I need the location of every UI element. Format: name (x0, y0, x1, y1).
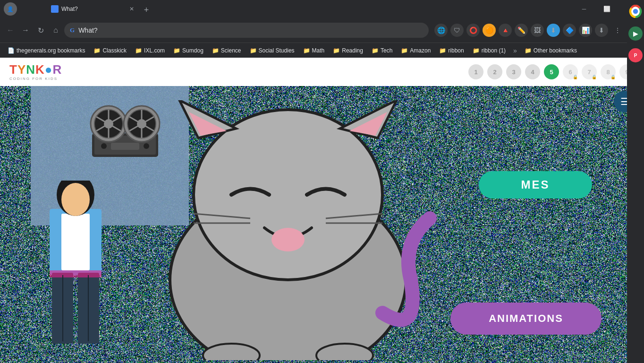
forward-button[interactable]: → (19, 24, 32, 37)
animations-button-label: ANIMATIONS (489, 312, 563, 325)
bookmark-label: Math (312, 47, 325, 54)
svg-point-16 (144, 143, 149, 149)
tab-title: What? (61, 6, 127, 12)
bookmark-thegenerals[interactable]: 📄 thegenerals.org bookmarks (4, 46, 89, 55)
extension-icon-1[interactable]: 🌐 (434, 24, 448, 37)
svg-point-41 (634, 9, 638, 14)
bookmark-sumdog[interactable]: 📁 Sumdog (169, 46, 207, 55)
bookmark-icon: 📁 (250, 47, 257, 54)
bookmark-label: Other bookmarks (534, 47, 577, 54)
bookmark-classkick[interactable]: 📁 Classkick (90, 46, 130, 55)
address-favicon: G (70, 26, 75, 34)
svg-point-32 (271, 228, 305, 251)
extension-more[interactable]: ⋮ (611, 24, 624, 37)
google-play-icon[interactable]: ▶ (628, 26, 643, 41)
toolbar-icons: 🌐 🛡 ⭕ 🟠 🔺 ✏️ 🖼 ⬇ 🔷 📊 ⬇ ⋮ G (434, 24, 640, 37)
bookmark-ribbon1[interactable]: 📁 ribbon (1) (469, 46, 509, 55)
svg-rect-21 (50, 270, 102, 277)
bookmark-icon: 📁 (439, 47, 446, 54)
bookmark-ixl[interactable]: 📁 IXL.com (131, 46, 169, 55)
bookmark-label: Classkick (102, 47, 127, 54)
bookmark-social-studies[interactable]: 📁 Social Studies (246, 46, 298, 55)
browser-controls: ← → ↻ ⌂ G What? 🌐 🛡 ⭕ 🟠 🔺 ✏️ 🖼 ⬇ 🔷 📊 ⬇ ⋮… (0, 18, 644, 43)
logo-subtitle: CODING FOR KIDS (9, 77, 62, 81)
bookmark-icon: 📁 (303, 47, 310, 54)
extension-icon-4[interactable]: 🟠 (483, 24, 496, 37)
tab-close-icon[interactable]: ✕ (129, 6, 134, 12)
logo-text: TYNK●R (9, 63, 62, 76)
svg-point-15 (101, 143, 107, 149)
bookmark-ribbon[interactable]: 📁 ribbon (435, 46, 467, 55)
more-bookmarks-button[interactable]: » (510, 45, 520, 56)
lesson-dot-3[interactable]: 3 (506, 64, 521, 79)
extension-icon-3[interactable]: ⭕ (466, 24, 480, 37)
maximize-button[interactable]: ⬜ (596, 2, 618, 16)
bookmark-other[interactable]: 📁 Other bookmarks (521, 46, 581, 55)
bookmark-amazon[interactable]: 📁 Amazon (397, 46, 434, 55)
lesson-dot-5[interactable]: 5 (544, 64, 559, 79)
reload-button[interactable]: ↻ (34, 24, 47, 37)
bookmark-reading[interactable]: 📁 Reading (329, 46, 367, 55)
bookmark-icon: 📄 (8, 47, 15, 54)
extension-icon-10[interactable]: 📊 (579, 24, 592, 37)
games-button[interactable]: MES (479, 171, 592, 199)
lesson-dot-7[interactable]: 7🔒 (582, 64, 597, 79)
active-tab[interactable]: G What? ✕ (45, 1, 140, 17)
tynker-logo[interactable]: TYNK●R CODING FOR KIDS (9, 63, 62, 81)
extension-icon-2[interactable]: 🛡 (450, 24, 464, 37)
bookmark-label: Science (221, 47, 241, 54)
lesson-dot-2[interactable]: 2 (487, 64, 502, 79)
bookmark-icon: 📁 (333, 47, 340, 54)
bookmark-icon: 📁 (93, 47, 101, 54)
reel-svg (87, 100, 163, 162)
extension-icon-6[interactable]: ✏️ (515, 24, 528, 37)
lesson-dots: 1 2 3 4 5 6🔒 7🔒 8🔒 9🔒 (468, 64, 635, 79)
address-text: What? (78, 26, 423, 34)
extension-icon-9[interactable]: 🔷 (563, 24, 576, 37)
svg-point-38 (316, 344, 373, 360)
character-svg (35, 181, 116, 360)
bookmark-label: thegenerals.org bookmarks (17, 47, 85, 54)
lesson-dot-1[interactable]: 1 (468, 64, 483, 79)
bookmark-science[interactable]: 📁 Science (208, 46, 245, 55)
tab-favicon: G (51, 5, 59, 13)
tynker-header: TYNK●R CODING FOR KIDS 1 2 3 4 5 6🔒 7🔒 8… (0, 58, 644, 86)
new-tab-button[interactable]: + (140, 3, 153, 17)
games-button-label: MES (521, 178, 550, 191)
pocket-icon[interactable]: P (628, 48, 643, 62)
bookmark-tech[interactable]: 📁 Tech (368, 46, 396, 55)
main-content: MES ANIMATIONS ☰ (0, 86, 644, 363)
bookmark-icon: 📁 (372, 47, 379, 54)
cat-svg (146, 100, 439, 360)
lesson-dot-4[interactable]: 4 (525, 64, 540, 79)
bookmark-icon: 📁 (212, 47, 219, 54)
svg-rect-14 (111, 143, 139, 150)
back-button[interactable]: ← (4, 24, 17, 37)
extension-icon-8[interactable]: ⬇ (547, 24, 560, 37)
bookmark-label: Amazon (410, 47, 431, 54)
home-button[interactable]: ⌂ (49, 24, 62, 37)
svg-point-27 (194, 110, 382, 280)
svg-point-37 (203, 344, 260, 360)
minimize-button[interactable]: ─ (573, 2, 595, 16)
address-bar[interactable]: G What? (64, 23, 429, 38)
bookmark-label: Social Studies (259, 47, 295, 54)
bookmark-label: Tech (381, 47, 392, 54)
lesson-dot-8[interactable]: 8🔒 (601, 64, 616, 79)
bookmark-icon: 📁 (401, 47, 408, 54)
extension-icon-5[interactable]: 🔺 (499, 24, 512, 37)
lesson-dot-6[interactable]: 6🔒 (563, 64, 578, 79)
animations-button[interactable]: ANIMATIONS (450, 302, 602, 335)
bookmark-icon: 📁 (473, 47, 480, 54)
bookmarks-bar: 📄 thegenerals.org bookmarks 📁 Classkick … (0, 43, 644, 58)
profile-avatar[interactable]: 👤 (4, 2, 17, 16)
extension-icon-7[interactable]: 🖼 (531, 24, 544, 37)
bookmark-math[interactable]: 📁 Math (299, 46, 329, 55)
page-content: TYNK●R CODING FOR KIDS 1 2 3 4 5 6🔒 7🔒 8… (0, 58, 644, 363)
extension-icon-11[interactable]: ⬇ (595, 24, 608, 37)
bookmark-label: IXL.com (144, 47, 165, 54)
chrome-right-panel: ▶ P (627, 0, 644, 363)
title-bar: 👤 G What? ✕ + ─ ⬜ ✕ (0, 0, 644, 18)
bookmark-label: ribbon (448, 47, 464, 54)
bookmark-label: Sumdog (182, 47, 203, 54)
